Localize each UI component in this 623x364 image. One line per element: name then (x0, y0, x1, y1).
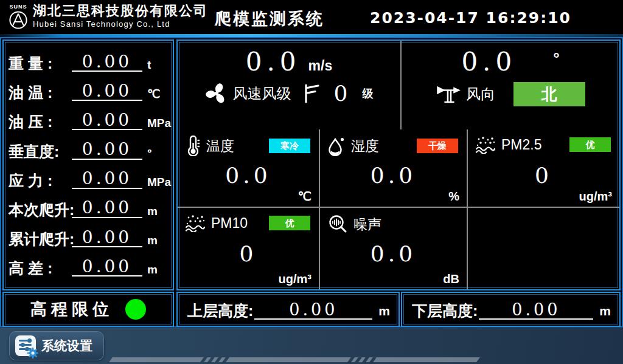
wind-vane-icon (436, 83, 461, 105)
company-name: 湖北三思科技股份有限公司 Hubei Sansi Technology Co.,… (33, 3, 208, 29)
measure-row-stress: 应 力 : 0.00 MPa (9, 170, 168, 189)
humidity-unit: % (448, 190, 459, 204)
measure-row-total-climb: 累计爬升: 0.00 m (9, 228, 168, 248)
measure-value: 0.00 (72, 170, 142, 188)
noise-cell: 噪声 0.0 dB (319, 207, 467, 289)
pm10-status-badge: 优 (269, 216, 310, 230)
wind-speed-section: 0.0 m/s 风速风级 (178, 41, 402, 129)
measure-label: 高 差 : (9, 259, 72, 277)
wind-direction-label: 风向 (466, 84, 495, 104)
system-settings-button[interactable]: 系统设置 (10, 332, 103, 360)
elevation-limit-status-light (125, 299, 146, 320)
measure-unit: m (147, 235, 168, 248)
measure-label: 应 力 : (9, 171, 72, 190)
upper-height-value: 0.00 (254, 301, 372, 320)
wind-level-value: 0 (334, 83, 349, 105)
wind-direction-badge: 北 (513, 82, 585, 106)
upper-height-box: 上层高度: 0.00 m (176, 292, 400, 327)
humidity-label: 湿度 (351, 137, 379, 156)
environment-grid: 温度 寒冷 0.0 ℃ 湿度 干燥 0.0 % (178, 129, 619, 289)
measure-label: 垂直度: (9, 142, 72, 160)
pm10-label: PM10 (211, 215, 248, 232)
noise-value: 0.0 (320, 243, 467, 265)
measure-unit: MPa (147, 117, 168, 131)
company-name-cn: 湖北三思科技股份有限公司 (33, 3, 208, 18)
wind-direction-section: 0.0 ° 风向 北 (402, 41, 619, 129)
sansi-logo-icon (9, 10, 28, 30)
lower-height-unit: m (599, 304, 611, 320)
empty-cell (467, 207, 619, 289)
elevation-limit-box: 高程限位 (2, 292, 174, 327)
logo-suns-text: SUNS (9, 4, 27, 10)
measure-label: 油 压 : (9, 112, 72, 131)
settings-button-label: 系统设置 (41, 337, 92, 354)
measure-row-verticality: 垂直度: 0.00 ° (9, 140, 168, 160)
measure-label: 累计爬升: (9, 230, 72, 248)
measure-unit: m (147, 264, 168, 277)
noise-meter-icon (327, 214, 348, 235)
pm25-unit: ug/m³ (579, 190, 612, 204)
header: SUNS 三思 湖北三思科技股份有限公司 Hubei Sansi Technol… (0, 0, 623, 34)
pm25-label: PM2.5 (501, 137, 541, 153)
monitoring-screen: SUNS 三思 湖北三思科技股份有限公司 Hubei Sansi Technol… (0, 0, 623, 364)
upper-height-unit: m (378, 304, 390, 320)
elevation-limit-label: 高程限位 (30, 298, 113, 320)
wind-direction-unit: ° (553, 49, 559, 68)
wind-speed-unit: m/s (308, 58, 333, 74)
thermometer-icon (185, 136, 201, 156)
measurement-panel: 重 量 : 0.00 t 油 温 : 0.00 ℃ 油 压 : 0.00 MPa… (2, 39, 174, 290)
datetime-display: 2023-04-17 16:29:10 (370, 9, 571, 27)
upper-height-label: 上层高度: (187, 301, 253, 320)
measure-value: 0.00 (72, 140, 142, 159)
temperature-status-badge: 寒冷 (269, 139, 310, 153)
pm10-unit: ug/m³ (279, 272, 312, 286)
pm10-cell: PM10 优 0 ug/m³ (178, 207, 319, 289)
lower-height-value: 0.00 (479, 301, 593, 320)
settings-sliders-icon (15, 335, 36, 356)
temperature-value: 0.0 (178, 165, 319, 187)
pm25-status-badge: 优 (569, 137, 611, 152)
wind-direction-value: 0.0 (461, 49, 517, 75)
measure-label: 油 温 : (9, 83, 72, 101)
footer-bar: 系统设置 (0, 328, 623, 364)
wind-row: 0.0 m/s 风速风级 (178, 41, 619, 129)
lower-height-label: 下层高度: (412, 301, 478, 320)
measure-unit: ℃ (147, 88, 168, 101)
noise-unit: dB (443, 272, 459, 286)
measure-label: 重 量 : (9, 54, 72, 72)
measure-row-oil-pressure: 油 压 : 0.00 MPa (9, 111, 168, 131)
measure-unit: t (147, 59, 168, 72)
droplet-icon (327, 136, 346, 156)
measure-row-current-climb: 本次爬升: 0.00 m (9, 199, 168, 218)
measure-unit: m (147, 205, 168, 219)
gear-icon (27, 347, 39, 359)
measure-row-height-diff: 高 差 : 0.00 m (9, 258, 168, 277)
temperature-cell: 温度 寒冷 0.0 ℃ (178, 129, 319, 207)
measure-value: 0.00 (72, 228, 142, 247)
measure-row-oil-temp: 油 温 : 0.00 ℃ (9, 82, 168, 101)
wind-speed-label: 风速风级 (233, 84, 291, 103)
page-title: 爬模监测系统 (215, 8, 324, 30)
footer-decoration-stripes (111, 357, 478, 362)
lower-height-box: 下层高度: 0.00 m (401, 292, 621, 327)
pm10-value: 0 (178, 243, 319, 265)
measure-value: 0.00 (72, 258, 142, 276)
pm25-cell: PM2.5 优 0 ug/m³ (467, 129, 619, 207)
measure-value: 0.00 (72, 199, 142, 218)
wind-level-flag-icon (302, 83, 321, 104)
temperature-unit: ℃ (298, 189, 312, 204)
humidity-cell: 湿度 干燥 0.0 % (319, 129, 467, 207)
measure-value: 0.00 (72, 111, 142, 130)
noise-label: 噪声 (353, 215, 381, 234)
measure-value: 0.00 (72, 53, 142, 72)
environment-panel: 0.0 m/s 风速风级 (176, 39, 621, 290)
company-name-en: Hubei Sansi Technology Co., Ltd (33, 20, 208, 29)
measure-value: 0.00 (72, 82, 142, 101)
pm25-value: 0 (468, 165, 619, 187)
wind-level-unit: 级 (362, 86, 373, 101)
temperature-label: 温度 (206, 137, 234, 156)
dust-particles-icon (475, 136, 496, 154)
fan-icon (205, 82, 228, 105)
humidity-value: 0.0 (320, 165, 467, 187)
measure-row-weight: 重 量 : 0.00 t (9, 53, 168, 72)
